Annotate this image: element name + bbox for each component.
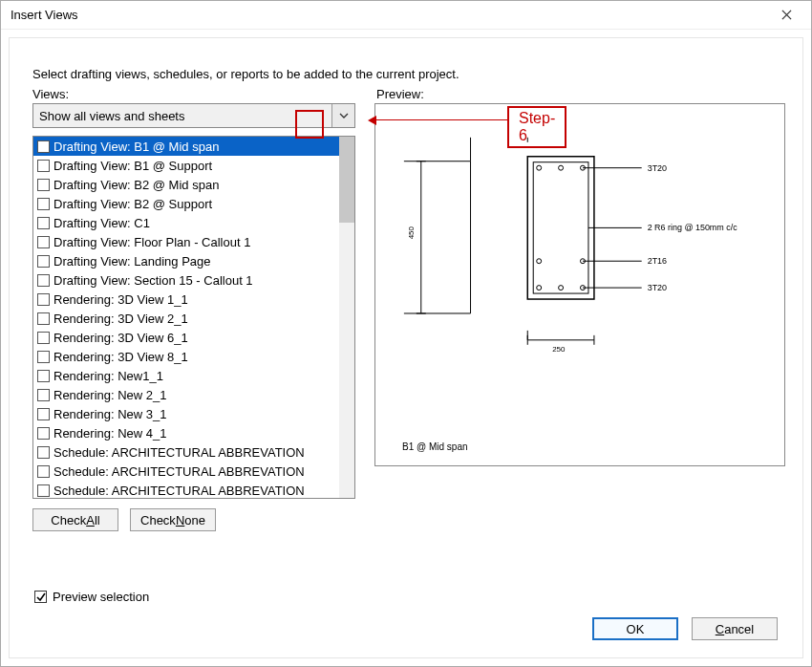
item-label: Rendering: 3D View 6_1 bbox=[53, 331, 188, 345]
section-labels: Views: Preview: bbox=[27, 87, 785, 101]
item-checkbox[interactable] bbox=[37, 236, 50, 248]
title-bar: Insert Views bbox=[1, 1, 811, 30]
list-item[interactable]: Rendering: 3D View 8_1 bbox=[33, 347, 339, 366]
list-item[interactable]: Schedule: ARCHITECTURAL ABBREVATION bbox=[33, 442, 339, 462]
item-label: Drafting View: B2 @ Mid span bbox=[53, 178, 219, 192]
check-none-button[interactable]: Check None bbox=[130, 508, 216, 531]
list-item[interactable]: Rendering: New 2_1 bbox=[33, 385, 339, 404]
callout-2t16: 2T16 bbox=[648, 256, 667, 266]
views-panel: Show all views and sheets Drafting View:… bbox=[32, 103, 355, 531]
item-label: Drafting View: B2 @ Support bbox=[53, 197, 212, 211]
item-label: Rendering: New 3_1 bbox=[53, 407, 167, 421]
dialog-content: Select drafting views, schedules, or rep… bbox=[9, 37, 803, 658]
list-item[interactable]: Drafting View: Landing Page bbox=[33, 251, 339, 270]
item-label: Drafting View: B1 @ Mid span bbox=[53, 140, 219, 154]
svg-point-2 bbox=[537, 165, 542, 170]
close-icon bbox=[781, 10, 792, 20]
filter-value: Show all views and sheets bbox=[33, 109, 331, 123]
item-checkbox[interactable] bbox=[37, 408, 50, 420]
chevron-down-icon bbox=[339, 113, 349, 118]
annotation-arrow bbox=[372, 119, 509, 120]
item-label: Rendering: New 2_1 bbox=[53, 388, 167, 402]
item-checkbox[interactable] bbox=[37, 179, 50, 191]
item-label: Drafting View: Section 15 - Callout 1 bbox=[53, 273, 253, 288]
list-item[interactable]: Rendering: New 3_1 bbox=[33, 404, 339, 423]
views-label: Views: bbox=[32, 87, 357, 101]
list-item[interactable]: Rendering: New 4_1 bbox=[33, 423, 339, 442]
scrollbar-thumb[interactable] bbox=[339, 137, 354, 223]
item-label: Rendering: New 4_1 bbox=[53, 426, 167, 441]
preview-selection-label: Preview selection bbox=[53, 590, 149, 604]
item-checkbox[interactable] bbox=[37, 446, 50, 459]
dropdown-button[interactable] bbox=[331, 104, 354, 127]
scrollbar-track[interactable] bbox=[339, 137, 354, 498]
check-all-button[interactable]: Check All bbox=[32, 508, 118, 531]
list-item[interactable]: Rendering: 3D View 2_1 bbox=[33, 309, 339, 328]
list-item[interactable]: Schedule: ARCHITECTURAL ABBREVATION bbox=[33, 462, 339, 481]
list-item[interactable]: Drafting View: B1 @ Support bbox=[33, 156, 339, 175]
list-item[interactable]: Drafting View: Floor Plan - Callout 1 bbox=[33, 232, 339, 251]
dim-height: 450 bbox=[407, 226, 416, 239]
list-item[interactable]: Rendering: 3D View 6_1 bbox=[33, 328, 339, 347]
item-checkbox[interactable] bbox=[37, 465, 50, 478]
list-item[interactable]: Rendering: 3D View 1_1 bbox=[33, 290, 339, 309]
preview-panel: 3T20 2 R6 ring @ 150mm c/c 2T16 3T20 250… bbox=[374, 103, 785, 531]
item-checkbox[interactable] bbox=[37, 427, 50, 440]
list-item[interactable]: Drafting View: Section 15 - Callout 1 bbox=[33, 270, 339, 290]
item-checkbox[interactable] bbox=[37, 255, 50, 268]
item-checkbox[interactable] bbox=[37, 160, 50, 172]
preview-selection-checkbox[interactable]: Preview selection bbox=[34, 590, 149, 604]
item-checkbox[interactable] bbox=[37, 274, 50, 287]
ok-button[interactable]: OK bbox=[592, 617, 678, 640]
item-label: Schedule: ARCHITECTURAL ABBREVATION bbox=[53, 464, 305, 479]
instruction-text: Select drafting views, schedules, or rep… bbox=[32, 67, 785, 81]
list-item[interactable]: Drafting View: B1 @ Mid span bbox=[33, 137, 339, 156]
item-label: Rendering: 3D View 1_1 bbox=[53, 292, 188, 307]
item-label: Drafting View: B1 @ Support bbox=[53, 159, 212, 173]
checkbox-icon bbox=[34, 591, 47, 603]
dim-width: 250 bbox=[552, 345, 566, 354]
dialog-title: Insert Views bbox=[11, 8, 78, 22]
list-item[interactable]: Drafting View: C1 bbox=[33, 213, 339, 232]
item-checkbox[interactable] bbox=[37, 351, 50, 363]
item-checkbox[interactable] bbox=[37, 484, 50, 497]
preview-area: 3T20 2 R6 ring @ 150mm c/c 2T16 3T20 250… bbox=[374, 103, 785, 466]
annotation-arrowhead bbox=[368, 116, 376, 125]
svg-point-5 bbox=[537, 259, 542, 264]
list-item[interactable]: Rendering: New1_1 bbox=[33, 366, 339, 385]
item-label: Drafting View: Landing Page bbox=[53, 254, 211, 269]
item-label: Schedule: ARCHITECTURAL ABBREVATION bbox=[53, 445, 305, 460]
preview-drawing: 3T20 2 R6 ring @ 150mm c/c 2T16 3T20 250… bbox=[375, 104, 784, 465]
annotation-label: Step-6 bbox=[507, 106, 566, 148]
list-item[interactable]: Schedule: ARCHITECTURAL ABBREVATION bbox=[33, 481, 339, 498]
callout-3t20-top: 3T20 bbox=[648, 163, 667, 173]
svg-point-3 bbox=[559, 165, 564, 170]
item-label: Schedule: ARCHITECTURAL ABBREVATION bbox=[53, 484, 305, 498]
item-label: Rendering: 3D View 8_1 bbox=[53, 350, 188, 364]
svg-point-7 bbox=[537, 286, 542, 290]
item-checkbox[interactable] bbox=[37, 332, 50, 344]
item-label: Drafting View: Floor Plan - Callout 1 bbox=[53, 235, 250, 249]
views-listbox[interactable]: Drafting View: B1 @ Mid spanDrafting Vie… bbox=[32, 136, 355, 499]
item-checkbox[interactable] bbox=[37, 217, 50, 229]
svg-point-8 bbox=[559, 286, 564, 290]
drawing-caption: B1 @ Mid span bbox=[402, 441, 468, 452]
item-label: Drafting View: C1 bbox=[53, 216, 150, 230]
list-item[interactable]: Drafting View: B2 @ Support bbox=[33, 194, 339, 213]
cancel-button[interactable]: Cancel bbox=[692, 617, 778, 640]
item-checkbox[interactable] bbox=[37, 389, 50, 401]
callout-rings: 2 R6 ring @ 150mm c/c bbox=[648, 223, 738, 232]
item-checkbox[interactable] bbox=[37, 140, 50, 153]
annotation-highlight bbox=[295, 110, 324, 139]
item-checkbox[interactable] bbox=[37, 198, 50, 210]
list-item[interactable]: Drafting View: B2 @ Mid span bbox=[33, 175, 339, 194]
svg-rect-0 bbox=[527, 157, 594, 299]
item-checkbox[interactable] bbox=[37, 293, 50, 306]
svg-rect-1 bbox=[533, 162, 588, 293]
item-checkbox[interactable] bbox=[37, 370, 50, 382]
callout-3t20-bot: 3T20 bbox=[648, 283, 667, 292]
item-checkbox[interactable] bbox=[37, 312, 50, 325]
close-button[interactable] bbox=[769, 3, 803, 28]
item-label: Rendering: 3D View 2_1 bbox=[53, 312, 188, 326]
item-label: Rendering: New1_1 bbox=[53, 369, 163, 383]
